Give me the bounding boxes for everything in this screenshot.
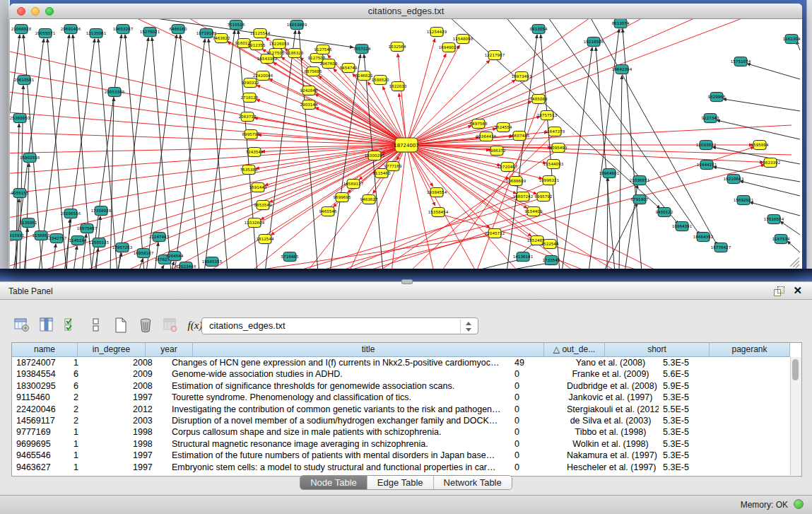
graph-node[interactable]: 8995792 — [535, 192, 553, 202]
graph-node[interactable]: 10964391 — [672, 222, 693, 232]
graph-node[interactable]: 16776427 — [711, 243, 731, 253]
table-row[interactable]: 1456911722003Disruption of a novel membe… — [12, 415, 801, 426]
import-table-icon[interactable] — [161, 315, 180, 335]
tab-network-table[interactable]: Network Table — [433, 476, 512, 489]
column-header-title[interactable]: title — [193, 343, 544, 357]
delete-icon[interactable] — [136, 315, 155, 335]
graph-node[interactable]: 7485083 — [530, 95, 548, 105]
graph-node[interactable]: 18464392 — [693, 233, 713, 243]
graph-node[interactable]: 16210643 — [724, 175, 744, 185]
graph-node[interactable]: 9699695 — [334, 193, 351, 203]
vertical-scrollbar[interactable] — [790, 357, 801, 475]
tab-node-table[interactable]: Node Table — [300, 476, 367, 489]
graph-node[interactable]: 12923448 — [176, 262, 196, 269]
graph-node[interactable]: 20610581 — [14, 76, 35, 86]
table-row[interactable]: 1872400712008Changes of HCN gene express… — [12, 357, 801, 368]
column-chooser-icon[interactable] — [37, 315, 56, 335]
graph-node[interactable]: 11647378 — [545, 127, 565, 137]
graph-node[interactable]: 15751074 — [731, 57, 751, 67]
graph-node[interactable]: 18724007 — [394, 138, 419, 153]
row-height-icon[interactable] — [87, 315, 105, 335]
column-header-short[interactable]: short — [605, 343, 710, 357]
window-resize-grip[interactable] — [793, 261, 799, 267]
graph-node[interactable]: 6466160 — [170, 25, 187, 35]
graph-node[interactable]: 8095493 — [550, 144, 567, 153]
tab-edge-table[interactable]: Edge Table — [367, 476, 433, 489]
graph-node[interactable]: 7264544 — [166, 252, 184, 262]
graph-node[interactable]: 20053346 — [105, 88, 125, 98]
graph-node[interactable]: 14569117 — [343, 180, 364, 189]
graph-node[interactable]: 8995798 — [242, 130, 260, 140]
column-header-in_degree[interactable]: in_degree — [78, 343, 146, 357]
graph-node[interactable]: 3915931 — [10, 231, 25, 241]
graph-node[interactable]: 9853549 — [254, 201, 272, 211]
graph-node[interactable]: 18226058 — [269, 40, 290, 49]
graph-node[interactable]: 2718126 — [241, 93, 259, 103]
graph-node[interactable]: 11032604 — [245, 218, 265, 228]
table-row[interactable]: 977716911998Corpus callosum shape and si… — [12, 426, 801, 438]
graph-node[interactable]: 9450122 — [656, 208, 673, 218]
graph-node[interactable]: 8813054 — [530, 25, 548, 35]
graph-node[interactable]: 10975487 — [77, 224, 98, 234]
graph-node[interactable]: 1135061 — [20, 218, 37, 228]
graph-node[interactable]: 9463627 — [360, 195, 378, 205]
graph-node[interactable]: 16958107 — [134, 249, 154, 259]
graph-node[interactable]: 8146821 — [355, 71, 373, 81]
table-row[interactable]: 1830029562008Estimation of significance … — [12, 380, 801, 392]
table-row[interactable]: 946554611997Estimation of the future num… — [12, 450, 801, 461]
graph-node[interactable]: 15692921 — [734, 196, 754, 206]
table-row[interactable]: 911546021997Tourette syndrome. Phenomeno… — [12, 392, 801, 403]
graph-node[interactable]: 8454749 — [340, 64, 358, 74]
graph-node[interactable]: 1832564 — [389, 42, 406, 52]
graph-node[interactable]: 2063717 — [239, 112, 257, 122]
graph-node[interactable]: 3624554 — [495, 123, 512, 133]
graph-node[interactable]: 20055571 — [35, 29, 56, 39]
graph-node[interactable]: 15276021 — [140, 28, 160, 37]
graph-node[interactable]: 12505135 — [89, 238, 110, 248]
graph-node[interactable]: 12135061 — [86, 29, 107, 39]
graph-node[interactable]: 15902598 — [20, 153, 40, 163]
graph-node[interactable]: 8613074 — [612, 19, 630, 29]
graph-node[interactable]: 12444151 — [697, 160, 717, 170]
graph-node[interactable]: 7243544 — [246, 148, 264, 158]
graph-node[interactable]: 1595884 — [751, 141, 769, 151]
column-header-pagerank[interactable]: pagerank — [710, 343, 790, 357]
graph-node[interactable]: 1161304 — [783, 35, 801, 45]
graph-node[interactable]: 8875685 — [305, 67, 322, 77]
new-document-icon[interactable] — [112, 315, 130, 335]
graph-node[interactable]: 1691443 — [249, 183, 267, 193]
graph-node[interactable]: 9777169 — [384, 162, 402, 172]
graph-node[interactable]: 21247447 — [149, 233, 170, 243]
graph-node[interactable]: 9329966 — [708, 93, 726, 103]
graph-node[interactable]: 9390312 — [242, 78, 259, 88]
graph-node[interactable]: 5716485 — [281, 252, 299, 262]
table-row[interactable]: 969969511998Structural magnetic resonanc… — [12, 438, 801, 450]
graph-node[interactable]: 7463822 — [213, 34, 230, 44]
table-row[interactable]: 2242004622012Investigating the contribut… — [12, 404, 801, 415]
graph-node[interactable]: 7986372 — [488, 146, 506, 156]
graph-node[interactable]: 16053809 — [287, 21, 307, 30]
graph-node[interactable]: 21036871 — [630, 176, 650, 186]
graph-node[interactable]: 12093822 — [696, 141, 716, 151]
scrollbar-thumb[interactable] — [792, 359, 799, 380]
graph-node[interactable]: 1822033 — [389, 82, 407, 92]
select-columns-icon[interactable] — [62, 315, 81, 335]
graph-node[interactable]: 12125544 — [250, 29, 271, 39]
network-window-titlebar[interactable]: citations_edges.txt — [10, 4, 802, 19]
column-header-year[interactable]: year — [146, 343, 193, 357]
graph-node[interactable]: 9227343 — [702, 114, 719, 124]
graph-node[interactable]: 25260850 — [10, 114, 30, 124]
window-resize-grip[interactable] — [796, 264, 799, 268]
graph-node[interactable]: 1812544 — [257, 235, 274, 245]
graph-node[interactable]: 7857224 — [353, 45, 371, 54]
graph-node[interactable]: 1588520 — [372, 76, 389, 86]
graph-node[interactable]: 7515526 — [228, 21, 245, 30]
table-mode-icon[interactable] — [13, 315, 31, 335]
graph-node[interactable]: 2522544 — [541, 240, 559, 250]
graph-node[interactable]: 19384554 — [427, 188, 447, 198]
graph-node[interactable]: 9242848 — [300, 86, 318, 96]
graph-node[interactable]: 9154409 — [525, 207, 543, 217]
graph-node[interactable]: 9465546 — [319, 207, 337, 217]
column-header-out_de[interactable]: △ out_de... — [544, 343, 605, 357]
graph-node[interactable]: 19218506 — [584, 37, 604, 47]
